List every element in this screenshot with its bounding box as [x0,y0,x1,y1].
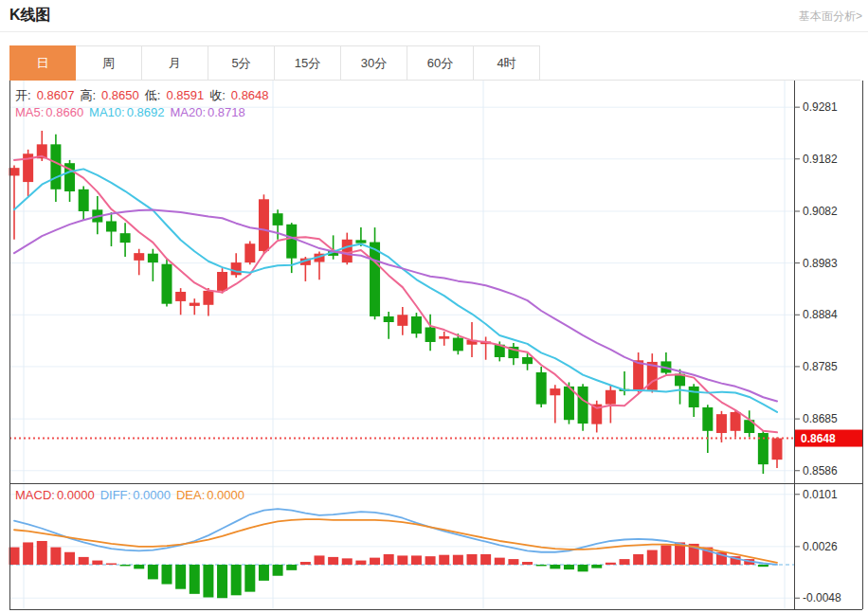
macd-row-label-2: DEA: [176,488,205,502]
ohlc-row-value-3: 0.8648 [231,88,269,102]
ma-row-value-0: 0.8660 [45,105,83,119]
svg-text:0.9082: 0.9082 [803,205,838,218]
ma-row-label-2: MA20: [170,105,206,119]
svg-text:0.8884: 0.8884 [803,308,838,321]
kline-widget: K线图 基本面分析> 日周月5分15分30分60分4时 0.92810.9182… [0,0,868,613]
ma-readout: MA5:0.8660MA10:0.8692MA20:0.8718 [15,105,251,119]
period-tabs: 日周月5分15分30分60分4时 [9,45,540,81]
tab-period-4[interactable]: 15分 [275,45,341,81]
macd-row-value-2: 0.0000 [207,488,244,502]
ohlc-row-label-3: 收: [209,88,226,102]
ma-row-label-1: MA10: [89,105,125,119]
ohlc-row-label-1: 高: [80,88,96,102]
macd-row-value-1: 0.0000 [133,488,171,502]
tab-period-3[interactable]: 5分 [208,45,275,81]
svg-text:0.0026: 0.0026 [803,540,838,553]
ohlc-row-label-2: 低: [145,88,161,102]
svg-text:0.8648: 0.8648 [801,432,836,445]
ma-row-value-2: 0.8718 [208,105,245,119]
macd-row-label-0: MACD: [15,488,55,502]
ohlc-readout: 开:0.8607高:0.8650低:0.8591收:0.8648 [15,87,275,104]
ma-row-label-0: MA5: [15,105,44,119]
tab-period-0[interactable]: 日 [9,45,76,81]
tab-period-2[interactable]: 月 [142,45,208,81]
tab-period-1[interactable]: 周 [76,45,142,81]
svg-text:0.0101: 0.0101 [803,488,838,501]
svg-text:-0.0048: -0.0048 [803,591,841,604]
ohlc-row-value-0: 0.8607 [37,88,75,102]
svg-text:0.9281: 0.9281 [803,100,838,114]
ohlc-row-value-2: 0.8591 [166,88,204,102]
svg-text:0.8785: 0.8785 [803,360,838,373]
ma-row-value-1: 0.8692 [127,105,165,119]
tab-period-5[interactable]: 30分 [341,45,407,81]
svg-text:0.8586: 0.8586 [803,464,838,478]
svg-text:0.8685: 0.8685 [803,412,838,425]
macd-readout: MACD:0.0000DIFF:0.0000DEA:0.0000 [15,488,250,502]
ohlc-row-value-1: 0.8650 [101,88,139,102]
tab-period-6[interactable]: 60分 [407,45,474,81]
svg-text:0.8983: 0.8983 [803,257,838,270]
macd-row-label-1: DIFF: [100,488,132,502]
svg-text:0.9182: 0.9182 [803,153,838,166]
macd-row-value-0: 0.0000 [57,488,95,502]
ohlc-row-label-0: 开: [15,88,31,102]
tab-period-7[interactable]: 4时 [474,45,540,81]
